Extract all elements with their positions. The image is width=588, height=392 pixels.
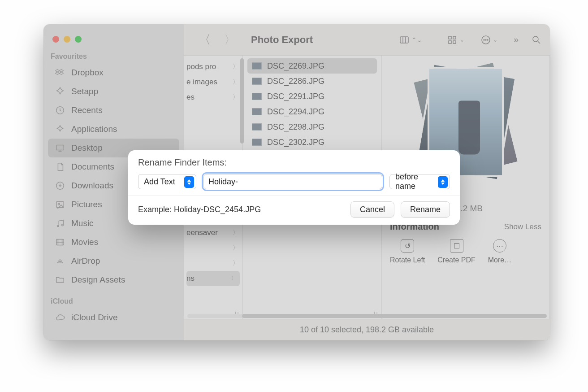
rotate-left-action[interactable]: ↺ Rotate Left xyxy=(390,239,425,264)
view-columns-button[interactable]: ⌃⌄ xyxy=(399,35,422,45)
dropbox-icon xyxy=(55,68,65,78)
sidebar-item-movies[interactable]: Movies xyxy=(48,233,179,252)
folder-row[interactable]: 〉 xyxy=(184,240,242,256)
sidebar-item-label: Movies xyxy=(71,237,98,247)
close-window-button[interactable] xyxy=(52,36,59,43)
sidebar-section-favourites: Favourites xyxy=(43,49,184,63)
svg-point-18 xyxy=(533,36,538,42)
sidebar-item-dropbox[interactable]: Dropbox xyxy=(48,63,179,82)
file-item[interactable]: DSC_2298.JPG xyxy=(247,119,377,135)
document-icon: ☐ xyxy=(450,239,463,253)
folder-row[interactable]: pods pro〉 xyxy=(184,59,242,74)
pictures-icon xyxy=(55,200,65,209)
file-name: DSC_2291.JPG xyxy=(267,92,324,101)
status-text: 10 of 10 selected, 198.2 GB available xyxy=(300,325,434,335)
folder-row-selected[interactable]: ns〉 xyxy=(186,271,240,286)
chevrons-right-icon: » xyxy=(514,35,519,45)
group-by-button[interactable]: ⌄ xyxy=(447,35,464,45)
sidebar-item-label: Music xyxy=(71,218,94,228)
chevron-right-icon: 〉 xyxy=(233,93,239,101)
documents-icon xyxy=(55,162,65,172)
thumbnail-icon xyxy=(252,139,262,146)
chevron-down-icon: ⌄ xyxy=(460,37,464,43)
clock-icon xyxy=(55,105,65,115)
search-button[interactable] xyxy=(531,35,542,45)
file-item[interactable]: DSC_2286.JPG xyxy=(247,74,377,89)
chevron-updown-icon: ⌃⌄ xyxy=(411,36,422,44)
sidebar-item-icloud-drive[interactable]: iCloud Drive xyxy=(48,308,179,327)
file-item[interactable]: DSC_2269.JPG xyxy=(247,58,377,74)
file-name: DSC_2302.JPG xyxy=(267,138,324,147)
create-pdf-action[interactable]: ☐ Create PDF xyxy=(437,239,475,264)
folder-row[interactable]: eensaver〉 xyxy=(184,225,242,240)
file-item[interactable]: DSC_2302.JPG xyxy=(247,135,377,150)
cancel-button[interactable]: Cancel xyxy=(350,201,394,218)
sidebar-item-applications[interactable]: Applications xyxy=(48,120,179,139)
select-value: before name xyxy=(395,172,436,191)
folder-row[interactable]: e images〉 xyxy=(184,74,242,90)
more-actions[interactable]: ⋯ More… xyxy=(488,239,511,264)
sidebar-item-recents[interactable]: Recents xyxy=(48,101,179,120)
airdrop-icon xyxy=(55,256,65,266)
zoom-window-button[interactable] xyxy=(75,36,82,43)
select-value: Add Text xyxy=(144,177,175,187)
svg-point-17 xyxy=(487,39,488,40)
folder-row[interactable]: 〉 xyxy=(184,256,242,271)
sidebar-item-design-assets[interactable]: Design Assets xyxy=(48,270,179,289)
forward-button[interactable]: 〉 xyxy=(224,32,236,48)
sidebar-item-airdrop[interactable]: AirDrop xyxy=(48,252,179,270)
file-name: DSC_2286.JPG xyxy=(267,77,324,86)
sidebar-item-label: iCloud Drive xyxy=(71,313,117,322)
sidebar-item-label: Recents xyxy=(71,105,103,115)
sidebar-item-setapp[interactable]: Setapp xyxy=(48,82,179,101)
rename-mode-select[interactable]: Add Text xyxy=(138,174,196,189)
chevron-right-icon: 〉 xyxy=(233,229,239,237)
chevron-right-icon: 〉 xyxy=(231,274,237,283)
file-name: DSC_2269.JPG xyxy=(267,61,324,71)
svg-rect-1 xyxy=(56,145,64,150)
downloads-icon xyxy=(55,181,65,191)
sidebar-item-label: Downloads xyxy=(71,181,113,191)
search-icon xyxy=(531,35,542,45)
sidebar-item-label: Setapp xyxy=(71,87,98,96)
back-button[interactable]: 〈 xyxy=(199,32,211,48)
chevron-right-icon: 〉 xyxy=(233,259,239,267)
sidebar-item-label: Applications xyxy=(71,124,117,134)
minimize-window-button[interactable] xyxy=(64,36,70,43)
svg-rect-12 xyxy=(449,41,451,44)
svg-point-15 xyxy=(484,39,484,40)
window-controls xyxy=(43,30,184,49)
file-name: DSC_2294.JPG xyxy=(267,107,324,117)
show-less-button[interactable]: Show Less xyxy=(504,222,541,231)
file-item[interactable]: DSC_2291.JPG xyxy=(247,89,377,104)
chevron-right-icon: 〉 xyxy=(233,244,239,252)
window-title: Photo Export xyxy=(251,34,313,46)
setapp-icon xyxy=(55,87,65,96)
cloud-icon xyxy=(55,313,65,322)
sidebar-item-label: Pictures xyxy=(71,200,102,209)
chevron-updown-icon xyxy=(184,176,194,188)
rename-button[interactable]: Rename xyxy=(401,201,450,218)
rename-dialog: Rename Finder Items: Add Text before nam… xyxy=(128,150,460,225)
action-menu-button[interactable]: ⌄ xyxy=(480,35,497,45)
position-select[interactable]: before name xyxy=(389,174,450,189)
dialog-title: Rename Finder Items: xyxy=(128,150,460,174)
thumbnail-icon xyxy=(252,108,262,115)
file-item[interactable]: DSC_2294.JPG xyxy=(247,104,377,119)
chevron-down-icon: ⌄ xyxy=(493,37,497,43)
desktop-icon xyxy=(55,143,65,153)
chevron-right-icon: 〉 xyxy=(233,63,239,71)
status-bar: 10 of 10 selected, 198.2 GB available xyxy=(184,319,550,340)
rename-text-input[interactable] xyxy=(203,174,382,189)
folder-row[interactable]: es〉 xyxy=(184,90,242,105)
thumbnail-icon xyxy=(252,93,262,100)
horizontal-scrollbar[interactable] xyxy=(184,314,550,319)
rotate-left-icon: ↺ xyxy=(401,239,414,253)
movies-icon xyxy=(55,237,65,247)
sidebar-item-label: Desktop xyxy=(71,143,103,153)
file-name: DSC_2298.JPG xyxy=(267,122,324,132)
svg-point-5 xyxy=(57,225,59,227)
scrollbar-thumb[interactable] xyxy=(242,314,547,318)
toolbar-overflow-button[interactable]: » xyxy=(514,35,519,45)
svg-rect-9 xyxy=(400,37,408,43)
